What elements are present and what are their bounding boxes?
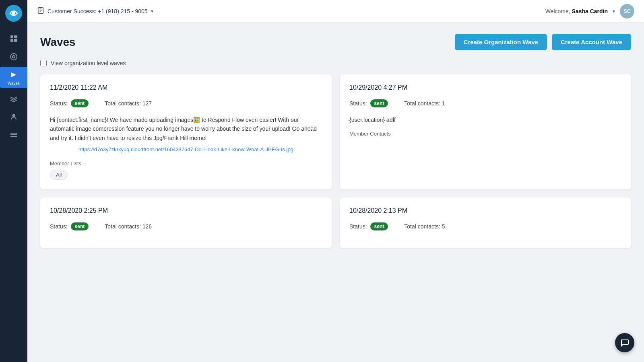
svg-rect-13	[38, 7, 43, 13]
total-contacts-label-4: Total contacts:	[404, 223, 440, 230]
svg-marker-8	[11, 72, 16, 77]
welcome-text: Welcome, Sasha Cardin	[545, 8, 608, 14]
topbar: Customer Success: +1 (918) 215 - 9005 ▾ …	[27, 0, 644, 23]
wave-member-lists-label-1: Member Lists	[50, 160, 322, 167]
wave-meta-row-3: Status: sent Total contacts: 126	[50, 222, 322, 230]
wave-body-2: {user.location} adff	[349, 115, 621, 124]
user-dropdown-arrow[interactable]: ▾	[613, 8, 615, 14]
wave-card-2: 10/29/2020 4:27 PM Status: sent Total co…	[340, 74, 631, 189]
wave-meta-row-1: Status: sent Total contacts: 127	[50, 99, 322, 107]
phone-icon	[37, 7, 44, 16]
filter-bar: View organization level waves	[40, 60, 631, 66]
layers-icon	[10, 95, 18, 104]
phone-dropdown-arrow[interactable]: ▾	[151, 8, 153, 14]
status-label-4: Status:	[349, 223, 367, 230]
sidebar-item-conversations[interactable]	[0, 49, 27, 64]
sidebar-navigation: Waves	[0, 31, 27, 142]
wave-body-1: Hi {contact.first_name}! We have made up…	[50, 115, 322, 154]
tag-all[interactable]: All	[50, 170, 68, 180]
chat-button[interactable]	[615, 333, 634, 352]
sidebar: Waves	[0, 0, 27, 362]
wave-link-1[interactable]: https://d7o3y7zkrkyuq.cloudfront.net/160…	[50, 146, 322, 154]
main-content: Customer Success: +1 (918) 215 - 9005 ▾ …	[27, 0, 644, 362]
wave-meta-row-4: Status: sent Total contacts: 5	[349, 222, 621, 230]
wave-tags-1: All	[50, 170, 322, 180]
wave-date-1: 11/2/2020 11:22 AM	[50, 84, 322, 91]
topbar-phone-label: Customer Success: +1 (918) 215 - 9005	[47, 8, 148, 14]
create-account-wave-button[interactable]: Create Account Wave	[552, 34, 631, 50]
sidebar-item-dashboard[interactable]	[0, 31, 27, 46]
total-contacts-value-1: 127	[142, 100, 152, 107]
total-contacts-label-3: Total contacts:	[105, 223, 141, 230]
status-badge-1: sent	[71, 99, 89, 107]
sidebar-item-waves[interactable]: Waves	[0, 67, 27, 88]
svg-rect-2	[10, 35, 13, 38]
page-area: Waves Create Organization Wave Create Ac…	[27, 23, 644, 362]
svg-point-7	[12, 56, 15, 58]
status-badge-3: sent	[71, 222, 89, 230]
sidebar-item-contacts[interactable]	[0, 109, 27, 124]
org-level-waves-checkbox[interactable]	[40, 60, 47, 66]
total-contacts-label-2: Total contacts:	[404, 100, 440, 107]
wave-text-1: Hi {contact.first_name}! We have made up…	[50, 117, 317, 141]
status-label-2: Status:	[349, 100, 367, 107]
logo	[5, 5, 22, 23]
header-buttons: Create Organization Wave Create Account …	[455, 34, 631, 50]
wave-date-3: 10/28/2020 2:25 PM	[50, 207, 322, 214]
wave-date-2: 10/29/2020 4:27 PM	[349, 84, 621, 91]
sidebar-item-menu[interactable]	[0, 127, 27, 142]
total-contacts-value-3: 126	[142, 223, 152, 230]
total-contacts-label-1: Total contacts:	[105, 100, 141, 107]
page-header: Waves Create Organization Wave Create Ac…	[40, 34, 631, 50]
svg-point-6	[10, 53, 17, 60]
wave-member-lists-label-2: Member Contacts	[349, 131, 621, 137]
waves-icon	[10, 71, 18, 80]
wave-card-3: 10/28/2020 2:25 PM Status: sent Total co…	[40, 197, 332, 248]
wave-date-4: 10/28/2020 2:13 PM	[349, 207, 621, 214]
topbar-left[interactable]: Customer Success: +1 (918) 215 - 9005 ▾	[37, 7, 153, 16]
org-level-waves-label: View organization level waves	[51, 60, 126, 66]
svg-rect-10	[10, 133, 17, 134]
wave-text-2: {user.location} adff	[349, 117, 396, 123]
total-contacts-value-2: 1	[442, 100, 445, 107]
svg-rect-4	[10, 39, 13, 42]
wave-status-1: Status: sent	[50, 99, 89, 107]
wave-contacts-4: Total contacts: 5	[404, 223, 445, 230]
wave-meta-row-2: Status: sent Total contacts: 1	[349, 99, 621, 107]
user-avatar[interactable]: SC	[620, 4, 634, 19]
svg-point-1	[12, 12, 15, 15]
wave-contacts-1: Total contacts: 127	[105, 100, 152, 107]
wave-card-4: 10/28/2020 2:13 PM Status: sent Total co…	[340, 197, 631, 248]
status-badge-4: sent	[370, 222, 388, 230]
total-contacts-value-4: 5	[442, 223, 445, 230]
menu-icon	[10, 131, 18, 140]
status-label-3: Status:	[50, 223, 68, 230]
wave-contacts-2: Total contacts: 1	[404, 100, 445, 107]
status-label-1: Status:	[50, 100, 68, 107]
svg-point-9	[12, 114, 15, 117]
page-title: Waves	[40, 36, 76, 49]
svg-rect-3	[14, 35, 17, 38]
svg-rect-11	[10, 134, 17, 135]
status-badge-2: sent	[370, 99, 388, 107]
sidebar-item-layers[interactable]	[0, 90, 27, 106]
sidebar-item-waves-label: Waves	[8, 81, 20, 86]
wave-status-4: Status: sent	[349, 222, 388, 230]
wave-status-2: Status: sent	[349, 99, 388, 107]
wave-contacts-3: Total contacts: 126	[105, 223, 152, 230]
conversations-icon	[10, 53, 18, 62]
dashboard-icon	[10, 35, 18, 44]
wave-status-3: Status: sent	[50, 222, 89, 230]
user-name: Sasha Cardin	[572, 8, 608, 14]
create-organization-wave-button[interactable]: Create Organization Wave	[455, 34, 547, 50]
svg-rect-5	[14, 39, 17, 42]
topbar-right: Welcome, Sasha Cardin ▾ SC	[545, 4, 634, 19]
contacts-icon	[10, 113, 18, 122]
waves-grid: 11/2/2020 11:22 AM Status: sent Total co…	[40, 74, 631, 248]
wave-card-1: 11/2/2020 11:22 AM Status: sent Total co…	[40, 74, 332, 189]
svg-rect-12	[10, 136, 17, 137]
